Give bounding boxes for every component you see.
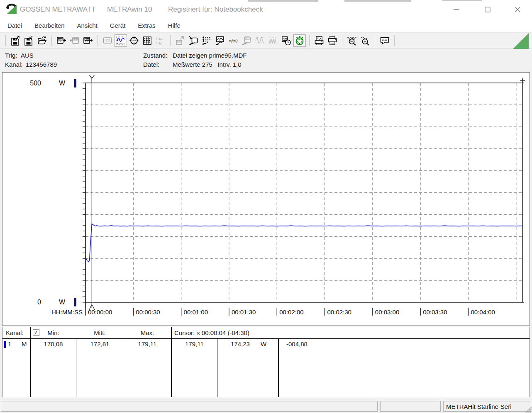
x-tick-label: 00:02:00 xyxy=(279,309,303,316)
registration-text: Registriert für: Notebookcheck xyxy=(168,5,263,14)
export-device-icon xyxy=(174,34,186,47)
svg-text:M: M xyxy=(86,38,88,41)
clipped-background-text xyxy=(442,0,482,1)
row-min: 170,08 xyxy=(31,340,76,347)
y-max-label: 500 xyxy=(30,80,41,87)
maximize-icon[interactable] xyxy=(482,5,493,14)
close-icon[interactable] xyxy=(512,5,523,14)
column-divider xyxy=(123,339,123,397)
cursor-view-icon[interactable] xyxy=(128,34,140,47)
row-cursor2: 174,23 xyxy=(217,340,263,347)
max-header: Max: xyxy=(124,329,171,336)
channel-color-marker xyxy=(4,341,6,348)
clipped-background-text xyxy=(248,0,318,2)
state-label: Zustand: xyxy=(143,52,167,59)
x-axis-label: HH:MM:SS xyxy=(51,309,83,316)
menu-item-bearbeiten[interactable]: Bearbeiten xyxy=(32,21,67,30)
device-read-icon[interactable]: 321 xyxy=(55,34,68,47)
column-divider xyxy=(217,339,217,397)
column-divider xyxy=(76,339,76,397)
x-tick-label: 00:00:30 xyxy=(136,309,160,316)
realtime-clock-icon[interactable] xyxy=(293,34,306,47)
menu-item-datei[interactable]: Datei xyxy=(5,21,24,30)
cursor-top-marker xyxy=(89,75,94,82)
device-memory-icon[interactable]: M xyxy=(82,34,94,47)
x-tick-label: 00:01:30 xyxy=(232,309,256,316)
x-tick-label: 00:03:00 xyxy=(375,309,399,316)
menu-item-gerät[interactable]: Gerät xyxy=(108,21,128,30)
time-format-icon[interactable]: 12 xyxy=(280,34,293,47)
channel-label: Kanal: xyxy=(5,61,23,68)
x-tick-label: 00:02:30 xyxy=(327,309,351,316)
x-tick-label: 00:01:00 xyxy=(184,309,208,316)
device-name: METRAHit Starline-Seri xyxy=(446,403,531,410)
zoom-in-waves-icon[interactable] xyxy=(346,34,358,47)
app-title: METRAwin 10 xyxy=(107,5,152,14)
column-divider xyxy=(30,327,31,397)
menu-item-ansicht[interactable]: Ansicht xyxy=(75,21,100,30)
histogram-view-icon xyxy=(154,34,167,47)
channel-marker xyxy=(74,298,76,306)
save-file-icon[interactable] xyxy=(9,34,22,47)
y-min-label: 0 xyxy=(37,299,41,306)
print-icon[interactable] xyxy=(326,34,339,47)
toolbar-separator xyxy=(5,35,6,46)
cursor-header: Cursor: « 00:00:04 (-04:30) xyxy=(174,329,249,336)
state-value: Datei zeigen prime95.MDF xyxy=(173,52,246,59)
brand-title: GOSSEN METRAWATT xyxy=(20,5,96,14)
open-file-icon[interactable] xyxy=(36,34,48,47)
device-settings-icon[interactable] xyxy=(200,34,213,47)
formula-icon[interactable]: =f(x) xyxy=(227,34,239,47)
toolbar-separator xyxy=(342,35,342,46)
column-divider xyxy=(171,327,172,397)
y-unit-label: W xyxy=(59,299,66,306)
device-config-icon: 321 xyxy=(240,34,253,47)
x-tick-label: 00:04:00 xyxy=(471,309,495,316)
mitt-header: Mitt: xyxy=(77,329,123,336)
channel-marker xyxy=(74,79,76,87)
notes-icon[interactable] xyxy=(378,34,391,47)
toolbar: 321321M1257=f(x)32112 xyxy=(0,32,532,49)
statusbar-panel xyxy=(1,401,378,412)
analog-output-icon xyxy=(254,34,266,47)
svg-text:321: 321 xyxy=(74,38,77,40)
file-value: Meßwerte 275 Intrv. 1,0 xyxy=(173,61,242,68)
data-line xyxy=(85,224,522,262)
clipped-background-text xyxy=(344,0,411,2)
row-mitt: 172,81 xyxy=(77,340,123,347)
row-mode: M xyxy=(22,340,27,347)
toolbar-separator xyxy=(394,35,395,46)
minimize-icon[interactable] xyxy=(451,5,462,14)
save-file-as-icon[interactable] xyxy=(22,34,35,47)
zoom-out-waves-icon[interactable] xyxy=(359,34,371,47)
toolbar-separator xyxy=(309,35,310,46)
power-chart[interactable]: 500W0W00:00:0000:00:3000:01:0000:01:3000… xyxy=(2,73,530,326)
svg-text:1257: 1257 xyxy=(105,39,110,41)
menu-bar: DateiBearbeitenAnsichtGerätExtrasHilfe xyxy=(0,18,532,32)
toolbar-separator xyxy=(51,35,52,46)
resize-grip[interactable] xyxy=(525,406,532,413)
x-tick-label: 00:00:00 xyxy=(88,309,112,316)
toolbar-separator xyxy=(98,35,98,46)
table-view-icon[interactable] xyxy=(141,34,154,47)
chart-panel: 500W0W00:00:0000:00:3000:01:0000:01:3000… xyxy=(2,72,530,326)
device-write-icon[interactable] xyxy=(187,34,200,47)
x-tick-label: 00:03:30 xyxy=(423,309,447,316)
menu-item-extras[interactable]: Extras xyxy=(136,21,158,30)
kanal-header: Kanal: xyxy=(6,329,24,336)
toolbar-separator xyxy=(375,35,375,46)
multimeter-display-icon: 1257 xyxy=(101,34,114,47)
device-stop-icon: 321 xyxy=(68,34,81,47)
statusbar-panel xyxy=(380,401,441,412)
menu-item-hilfe[interactable]: Hilfe xyxy=(166,21,183,30)
trigger-value: AUS xyxy=(21,52,34,59)
row-cursor1: 179,11 xyxy=(172,340,217,347)
channel-value: 123456789 xyxy=(26,61,57,68)
acquisition-status-panel: Trig: AUS Kanal: 123456789 Zustand: Date… xyxy=(0,49,532,71)
row-channel: 1 xyxy=(8,340,11,347)
statusbar-device-panel: METRAHit Starline-Seri xyxy=(443,401,531,412)
window-titlebar[interactable]: GOSSEN METRAWATT METRAwin 10 Registriert… xyxy=(0,0,532,18)
monitor-settings-icon[interactable] xyxy=(214,34,226,47)
print-preview-icon[interactable] xyxy=(313,34,325,47)
chart-view-icon[interactable] xyxy=(115,34,127,47)
